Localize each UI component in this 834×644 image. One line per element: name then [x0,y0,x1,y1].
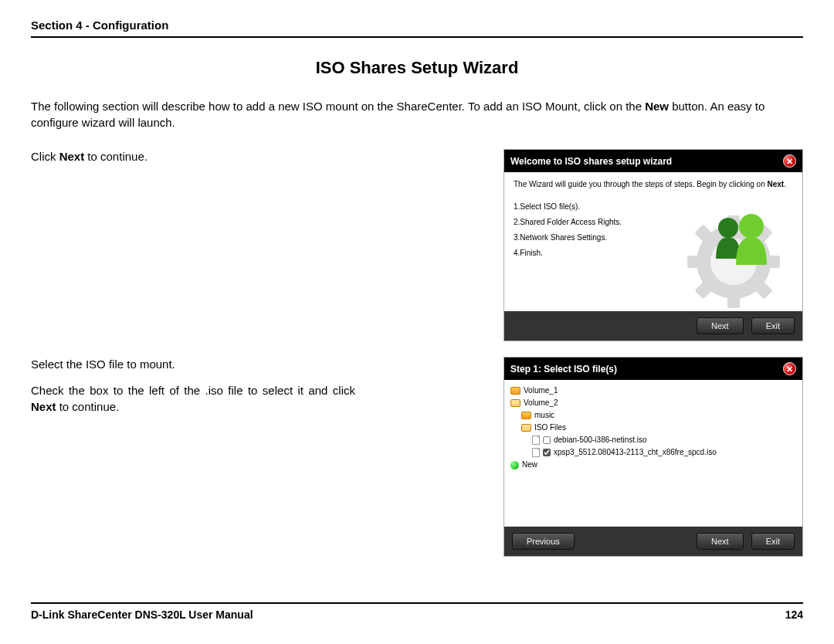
tree-item-label: debian-500-i386-netinst.iso [554,434,647,446]
page-footer: D-Link ShareCenter DNS-320L User Manual … [31,602,803,621]
intro-text-prefix: The following section will describe how … [31,100,645,113]
tree-item[interactable]: New [510,459,796,471]
file-tree: Volume_1Volume_2musicISO Filesdebian-500… [504,380,802,527]
svg-rect-5 [764,256,780,268]
tree-item[interactable]: debian-500-i386-netinst.iso [510,434,796,446]
wizard-header: Welcome to ISO shares setup wizard ✕ [504,150,802,172]
svg-point-10 [718,218,738,238]
step-block-2: Select the ISO file to mount. Check the … [31,357,803,557]
next-button[interactable]: Next [697,317,744,334]
wizard-footer: Previous Next Exit [504,527,802,556]
next-button[interactable]: Next [697,533,744,550]
wizard-title: Step 1: Select ISO file(s) [510,364,617,375]
wizard-footer: Next Exit [504,311,802,341]
tree-item-label: xpsp3_5512.080413-2113_cht_x86fre_spcd.i… [554,446,717,459]
tree-item-label: Volume_1 [524,385,558,397]
step-block-1: Click Next to continue. Welcome to ISO s… [31,149,803,341]
svg-point-11 [739,214,764,239]
tree-item[interactable]: Volume_1 [510,385,796,397]
exit-button[interactable]: Exit [751,533,795,550]
iso-checkbox[interactable] [543,449,551,456]
tree-item[interactable]: music [510,409,796,422]
wizard-select-iso-dialog: Step 1: Select ISO file(s) ✕ Volume_1Vol… [503,357,803,557]
intro-bold-new: New [645,100,669,113]
page-title: ISO Shares Setup Wizard [31,58,803,78]
section-header: Section 4 - Configuration [31,19,803,38]
tree-item-label: ISO Files [534,422,566,434]
new-icon [510,461,519,469]
exit-button[interactable]: Exit [751,317,795,334]
folder-icon [510,387,520,395]
tree-item[interactable]: ISO Files [510,422,796,434]
tree-item-label: New [522,459,537,471]
instruction-click-next: Click Next to continue. [31,149,355,164]
svg-rect-4 [687,256,703,268]
svg-rect-3 [727,293,740,308]
file-icon [532,448,540,457]
tree-item[interactable]: xpsp3_5512.080413-2113_cht_x86fre_spcd.i… [510,446,796,459]
manual-title: D-Link ShareCenter DNS-320L User Manual [31,608,253,621]
page-number: 124 [785,608,803,621]
tree-item-label: music [534,409,554,422]
file-icon [532,436,540,445]
close-icon[interactable]: ✕ [783,154,796,168]
wizard-welcome-dialog: Welcome to ISO shares setup wizard ✕ The… [503,149,803,341]
instruction-check-box: Check the box to the left of the .iso fi… [31,383,355,415]
close-icon[interactable]: ✕ [783,362,796,375]
intro-paragraph: The following section will describe how … [31,98,803,130]
previous-button[interactable]: Previous [512,533,575,550]
wizard-header: Step 1: Select ISO file(s) ✕ [504,358,802,380]
iso-checkbox[interactable] [543,436,551,444]
tree-item-label: Volume_2 [524,397,558,409]
tree-item[interactable]: Volume_2 [510,397,796,409]
gear-people-icon [676,200,792,308]
folder-icon [521,412,531,419]
wizard-title: Welcome to ISO shares setup wizard [510,156,672,167]
instruction-select-iso: Select the ISO file to mount. [31,357,355,372]
folder-open-icon [510,399,520,407]
wizard-intro-text: The Wizard will guide you through the st… [514,180,793,188]
folder-open-icon [521,424,531,432]
